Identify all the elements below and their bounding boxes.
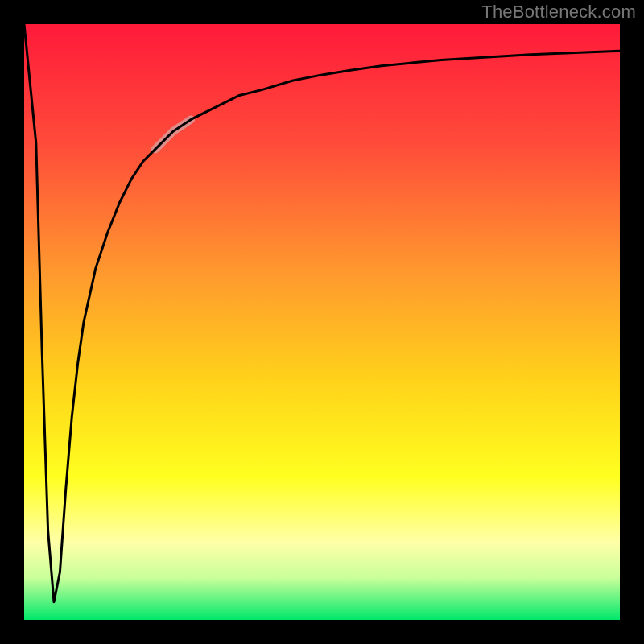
plot-area — [24, 24, 620, 620]
chart-stage: TheBottleneck.com — [0, 0, 644, 644]
bottleneck-curve-chart — [0, 0, 644, 644]
watermark-text: TheBottleneck.com — [481, 2, 636, 23]
